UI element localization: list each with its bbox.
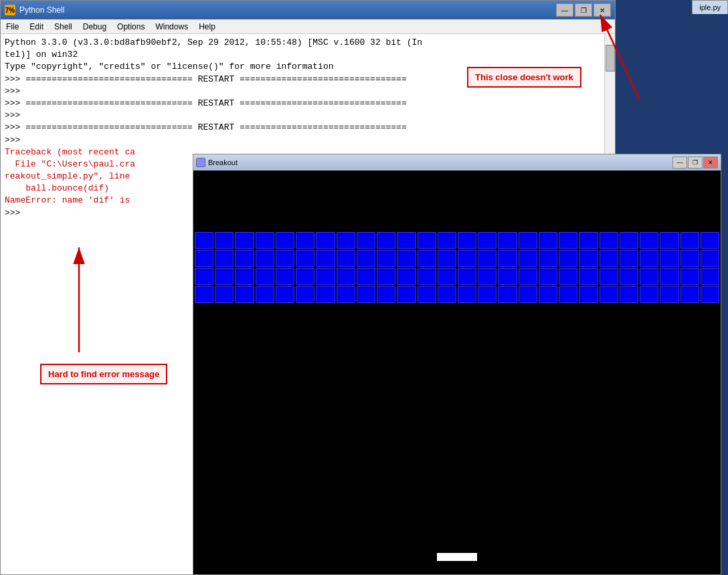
game-block — [660, 250, 678, 267]
menu-windows[interactable]: Windows — [150, 21, 193, 33]
python-shell-title: Python Shell — [19, 5, 64, 15]
game-block — [357, 250, 375, 267]
menu-file[interactable]: File — [1, 21, 24, 33]
game-block — [418, 250, 436, 267]
breakout-close-button[interactable]: ✕ — [703, 156, 718, 168]
game-block — [276, 286, 294, 303]
breakout-window: Breakout — ❐ ✕ — [193, 154, 721, 575]
game-block — [680, 232, 699, 249]
breakout-maximize[interactable]: ❐ — [688, 156, 703, 168]
game-block — [559, 268, 577, 285]
game-block — [539, 286, 557, 303]
breakout-icon — [196, 158, 205, 167]
game-block — [377, 286, 395, 303]
breakout-minimize[interactable]: — — [672, 156, 687, 168]
game-block — [276, 250, 294, 267]
game-block — [418, 232, 436, 249]
game-block — [397, 232, 416, 249]
game-block — [316, 286, 335, 303]
game-block — [478, 286, 496, 303]
game-block — [680, 286, 699, 303]
menu-help[interactable]: Help — [193, 21, 221, 33]
game-block — [438, 232, 456, 249]
game-block — [620, 268, 638, 285]
game-block — [235, 232, 254, 249]
game-block — [235, 286, 254, 303]
game-block — [660, 232, 678, 249]
game-block — [559, 250, 577, 267]
game-block — [276, 232, 294, 249]
game-block — [337, 232, 355, 249]
blocks-grid — [193, 231, 721, 304]
game-block — [397, 286, 416, 303]
game-block — [660, 268, 678, 285]
game-block — [357, 286, 375, 303]
game-block — [235, 250, 254, 267]
game-block — [579, 250, 598, 267]
game-block — [397, 250, 416, 267]
menu-debug[interactable]: Debug — [78, 21, 112, 33]
close-button-shell[interactable]: ✕ — [594, 3, 611, 17]
game-block — [357, 232, 375, 249]
game-block — [397, 268, 416, 285]
python-icon: 7% — [5, 5, 15, 15]
scrollbar-thumb[interactable] — [606, 45, 615, 72]
breakout-title-left: Breakout — [196, 158, 238, 167]
game-block — [519, 286, 537, 303]
game-block — [498, 268, 517, 285]
game-block — [579, 286, 598, 303]
game-block — [256, 250, 274, 267]
game-block — [377, 232, 395, 249]
game-block — [215, 286, 234, 303]
game-block — [600, 250, 618, 267]
game-block — [316, 268, 335, 285]
game-block — [539, 268, 557, 285]
game-block — [701, 268, 719, 285]
game-block — [296, 286, 314, 303]
game-block — [559, 232, 577, 249]
breakout-controls: — ❐ ✕ — [672, 156, 718, 168]
game-block — [418, 286, 436, 303]
python-shell-titlebar: 7% Python Shell — ❐ ✕ — [1, 1, 615, 19]
game-block — [438, 250, 456, 267]
game-block — [215, 250, 234, 267]
game-block — [296, 250, 314, 267]
game-block — [579, 268, 598, 285]
maximize-button[interactable]: ❐ — [575, 3, 592, 17]
game-block — [458, 232, 476, 249]
game-block — [519, 250, 537, 267]
game-block — [438, 268, 456, 285]
titlebar-left: 7% Python Shell — [5, 5, 64, 15]
game-block — [620, 250, 638, 267]
game-block — [600, 268, 618, 285]
game-block — [620, 286, 638, 303]
game-block — [256, 268, 274, 285]
game-block — [660, 286, 678, 303]
game-block — [539, 250, 557, 267]
game-block — [478, 232, 496, 249]
breakout-title-text: Breakout — [208, 158, 238, 166]
minimize-button[interactable]: — — [556, 3, 573, 17]
menu-options[interactable]: Options — [112, 21, 150, 33]
game-block — [478, 268, 496, 285]
game-block — [235, 268, 254, 285]
game-block — [357, 268, 375, 285]
annotation-hard-to-find: Hard to find error message — [40, 364, 167, 384]
game-block — [579, 232, 598, 249]
menu-edit[interactable]: Edit — [24, 21, 49, 33]
game-block — [316, 232, 335, 249]
game-block — [256, 232, 274, 249]
game-block — [195, 250, 213, 267]
game-block — [600, 232, 618, 249]
python-menubar: File Edit Shell Debug Options Windows He… — [1, 19, 615, 34]
file-tab[interactable]: iple.py — [692, 0, 728, 14]
game-block — [337, 250, 355, 267]
game-paddle — [437, 553, 477, 561]
annotation-close-doesnt-work: This close doesn't work — [467, 67, 581, 88]
game-block — [337, 268, 355, 285]
game-block — [195, 232, 213, 249]
game-block — [539, 232, 557, 249]
menu-shell[interactable]: Shell — [49, 21, 78, 33]
game-block — [418, 268, 436, 285]
game-block — [559, 286, 577, 303]
